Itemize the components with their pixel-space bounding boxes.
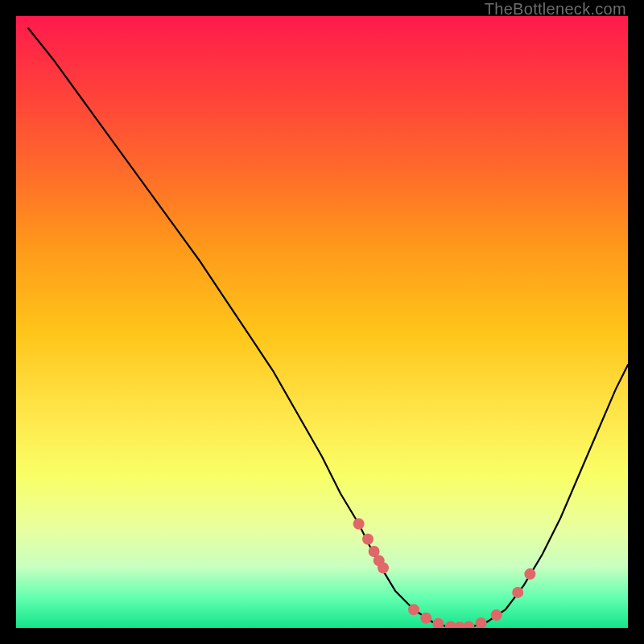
watermark-text: TheBottleneck.com <box>485 0 626 19</box>
marker-point <box>408 604 419 615</box>
marker-point <box>491 609 502 621</box>
marker-point <box>362 534 374 545</box>
marker-point <box>432 618 444 628</box>
marker-point <box>463 621 474 629</box>
marker-point <box>378 563 389 574</box>
marker-point <box>524 568 535 580</box>
plot-svg <box>16 16 628 628</box>
marker-point <box>512 587 523 598</box>
marker-point <box>420 613 431 624</box>
marker-point <box>353 518 365 530</box>
chart-area <box>16 16 628 628</box>
marker-point <box>476 617 487 628</box>
highlighted-points <box>353 518 536 628</box>
bottleneck-curve <box>28 28 628 628</box>
